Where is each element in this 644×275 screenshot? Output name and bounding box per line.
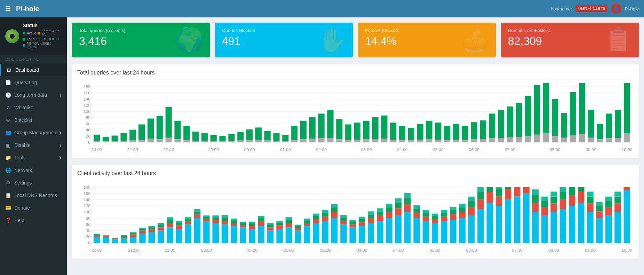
svg-rect-49: [220, 141, 226, 142]
sidebar-item-tools[interactable]: 📁 Tools ❯: [0, 151, 67, 164]
svg-rect-397: [596, 206, 603, 211]
svg-rect-341: [468, 201, 475, 207]
nav-label-query-log: Query Log: [14, 80, 37, 85]
svg-rect-344: [477, 200, 484, 209]
svg-rect-240: [240, 225, 246, 227]
svg-rect-30: [138, 124, 145, 140]
svg-text:03:00: 03:00: [361, 148, 372, 152]
svg-rect-185: [112, 238, 118, 238]
svg-text:04:00: 04:00: [393, 249, 404, 252]
svg-rect-87: [390, 140, 396, 142]
sidebar-item-query-log[interactable]: 📄 Query Log: [0, 76, 67, 89]
svg-rect-404: [614, 203, 621, 212]
svg-rect-309: [395, 203, 401, 208]
sidebar-item-dashboard[interactable]: ⊞ Dashboard: [0, 64, 67, 76]
svg-rect-53: [237, 141, 244, 142]
load-dot: [23, 38, 25, 41]
svg-text:08:00: 08:00: [548, 249, 559, 252]
svg-rect-233: [222, 218, 228, 221]
svg-rect-329: [441, 213, 447, 217]
svg-rect-314: [404, 193, 411, 198]
sidebar-item-disable[interactable]: ▣ Disable ❯: [0, 139, 67, 151]
svg-rect-347: [487, 203, 493, 243]
chart1-area: 02040608010012014016018020:0021:0022:002…: [77, 83, 634, 153]
top-header: ☰ Pi-hole hostname: Test-PiZero 👤 Pi-hol…: [0, 0, 644, 17]
svg-rect-280: [331, 212, 337, 218]
svg-text:20: 20: [86, 134, 90, 138]
svg-rect-232: [222, 221, 228, 225]
svg-text:10:00: 10:00: [622, 148, 633, 152]
svg-rect-226: [203, 215, 209, 217]
svg-rect-298: [368, 211, 374, 214]
svg-rect-384: [569, 195, 575, 206]
svg-rect-228: [212, 220, 218, 223]
svg-rect-339: [468, 215, 475, 243]
svg-rect-137: [615, 138, 621, 142]
temp-label: Temp: 42.2 °C: [42, 29, 62, 37]
svg-rect-116: [525, 96, 531, 136]
svg-rect-312: [404, 204, 411, 212]
svg-rect-311: [404, 212, 411, 243]
svg-rect-231: [222, 225, 228, 243]
nav-label-blacklist: Blacklist: [14, 117, 32, 123]
svg-rect-399: [605, 215, 612, 243]
svg-rect-214: [176, 221, 182, 223]
svg-rect-124: [561, 113, 567, 138]
svg-text:0: 0: [88, 141, 90, 144]
svg-rect-208: [167, 223, 173, 227]
svg-rect-324: [432, 219, 438, 223]
svg-rect-367: [532, 212, 539, 243]
svg-rect-370: [532, 189, 539, 195]
svg-rect-126: [570, 92, 576, 135]
sidebar-item-local-dns[interactable]: 📋 Local DNS Records: [0, 189, 67, 202]
sidebar-item-whitelist[interactable]: ✔ Whitelist: [0, 101, 67, 114]
svg-text:120: 120: [84, 204, 90, 208]
chevron-icon-tools: ❯: [59, 156, 62, 160]
svg-rect-389: [578, 187, 584, 191]
svg-rect-260: [286, 223, 292, 227]
sidebar-item-long-term-data[interactable]: 🕐 Long term data ❯: [0, 89, 67, 101]
chevron-icon-long-term-data: ❯: [59, 93, 62, 97]
svg-rect-112: [507, 107, 513, 138]
svg-rect-315: [413, 218, 420, 243]
svg-text:02:00: 02:00: [320, 249, 331, 252]
svg-rect-43: [192, 141, 199, 142]
sidebar-item-settings[interactable]: ⚙ Settings: [0, 176, 67, 189]
username-label: Pi-hole: [625, 6, 639, 11]
svg-rect-249: [258, 218, 264, 221]
svg-rect-251: [267, 230, 273, 243]
sidebar-item-donate[interactable]: 💳 Donate: [0, 202, 67, 214]
sidebar-item-blacklist[interactable]: ⊖ Blacklist: [0, 114, 67, 126]
sidebar-item-network[interactable]: 🌐 Network: [0, 164, 67, 176]
svg-rect-363: [523, 194, 530, 243]
hamburger-icon[interactable]: ☰: [5, 5, 11, 13]
svg-text:180: 180: [84, 85, 90, 89]
svg-rect-374: [541, 197, 548, 201]
svg-text:03:00: 03:00: [357, 249, 367, 252]
svg-rect-349: [487, 187, 493, 192]
svg-rect-348: [487, 192, 493, 203]
svg-rect-25: [112, 141, 118, 142]
svg-rect-202: [149, 226, 155, 228]
svg-text:100: 100: [84, 210, 90, 214]
svg-rect-378: [550, 191, 557, 196]
svg-rect-89: [399, 140, 405, 142]
svg-rect-121: [543, 133, 549, 142]
sidebar-item-help[interactable]: ❓ Help: [0, 214, 67, 227]
svg-rect-48: [220, 136, 226, 141]
svg-rect-217: [185, 219, 191, 221]
sidebar-item-group-management[interactable]: 👥 Group Management ❯: [0, 126, 67, 139]
svg-rect-63: [282, 141, 288, 142]
svg-rect-130: [588, 110, 594, 138]
svg-text:180: 180: [84, 186, 90, 189]
svg-rect-383: [569, 206, 575, 243]
svg-rect-400: [605, 207, 612, 215]
svg-rect-271: [313, 223, 319, 243]
svg-rect-73: [327, 138, 334, 142]
svg-rect-91: [408, 140, 414, 142]
chevron-icon-group-management: ❯: [59, 131, 62, 135]
svg-rect-281: [331, 207, 337, 212]
svg-rect-113: [507, 138, 513, 142]
svg-rect-369: [532, 195, 539, 203]
svg-rect-380: [560, 200, 566, 209]
